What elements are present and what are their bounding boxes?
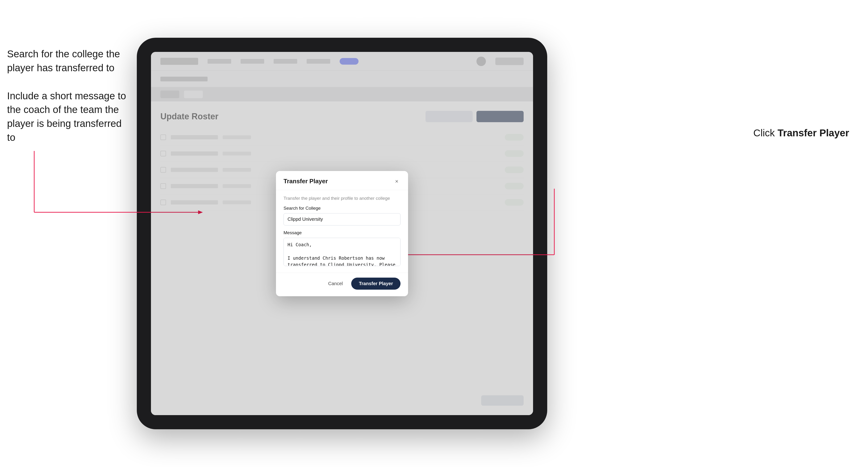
modal-close-button[interactable]: × bbox=[393, 178, 401, 185]
annotation-transfer-bold: Transfer Player bbox=[777, 127, 849, 138]
annotation-search-text: Search for the college the player has tr… bbox=[7, 47, 130, 75]
annotation-right-container: Click Transfer Player bbox=[753, 127, 849, 139]
modal-overlay: Transfer Player × Transfer the player an… bbox=[151, 52, 533, 415]
modal-header: Transfer Player × bbox=[276, 171, 408, 190]
cancel-button[interactable]: Cancel bbox=[324, 279, 346, 289]
annotation-message-text: Include a short message to the coach of … bbox=[7, 89, 130, 145]
message-field-label: Message bbox=[283, 230, 401, 236]
transfer-player-modal: Transfer Player × Transfer the player an… bbox=[276, 171, 408, 296]
transfer-player-button[interactable]: Transfer Player bbox=[351, 278, 401, 290]
message-textarea[interactable]: Hi Coach, I understand Chris Robertson h… bbox=[283, 238, 401, 266]
modal-subtitle: Transfer the player and their profile to… bbox=[283, 196, 401, 201]
modal-title: Transfer Player bbox=[283, 178, 328, 185]
college-field-label: Search for College bbox=[283, 206, 401, 211]
close-icon: × bbox=[395, 178, 398, 185]
annotation-left-container: Search for the college the player has tr… bbox=[7, 47, 130, 159]
annotation-click-prefix: Click bbox=[753, 127, 778, 138]
modal-footer: Cancel Transfer Player bbox=[276, 273, 408, 296]
college-search-input[interactable] bbox=[283, 213, 401, 225]
modal-body: Transfer the player and their profile to… bbox=[276, 190, 408, 273]
ipad-screen: Update Roster bbox=[151, 52, 533, 415]
ipad-frame: Update Roster bbox=[137, 38, 547, 429]
